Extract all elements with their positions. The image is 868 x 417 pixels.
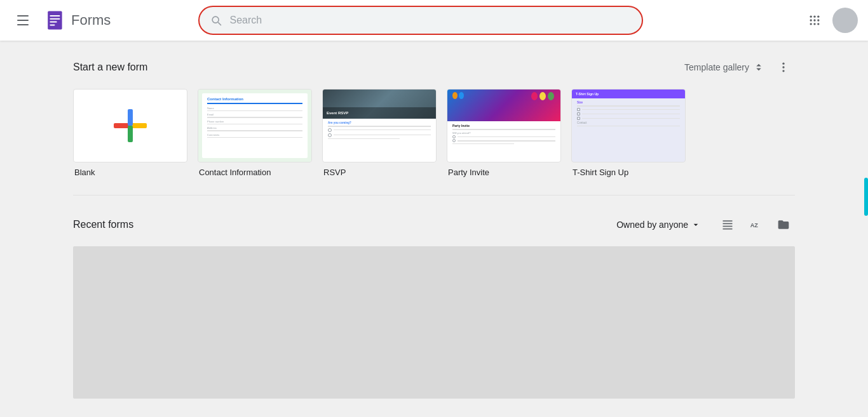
recent-controls: Owned by anyone AZ — [611, 213, 795, 236]
template-gallery-button[interactable]: Template gallery — [679, 59, 770, 76]
recent-title: Recent forms — [73, 219, 133, 230]
forms-logo-icon — [46, 10, 66, 30]
dropdown-arrow-icon — [691, 220, 701, 230]
section-header-right: Template gallery — [679, 56, 795, 79]
tshirt-label: T-Shirt Sign Up — [571, 168, 686, 177]
svg-rect-19 — [128, 109, 133, 126]
start-label: Start a new form — [73, 62, 147, 73]
party-thumbnail: Party Invite Will you attend? — [447, 89, 561, 162]
template-card-contact[interactable]: Contact Information Name Email Phone num… — [198, 89, 312, 177]
svg-rect-0 — [48, 11, 62, 30]
list-view-button[interactable] — [716, 213, 739, 236]
more-options-button[interactable] — [772, 56, 795, 79]
svg-point-9 — [813, 19, 815, 21]
svg-rect-1 — [50, 15, 60, 17]
app-header: Forms — [0, 0, 868, 41]
svg-point-7 — [817, 16, 819, 18]
svg-point-12 — [813, 23, 815, 25]
contact-thumbnail: Contact Information Name Email Phone num… — [198, 89, 312, 162]
sort-az-button[interactable]: AZ — [744, 213, 767, 236]
hamburger-icon — [17, 15, 29, 25]
search-icon — [210, 14, 222, 27]
templates-row: Blank Contact Information Name Email Pho… — [73, 89, 795, 177]
search-container — [198, 6, 643, 35]
more-vert-icon — [777, 61, 790, 74]
svg-rect-23 — [723, 226, 733, 227]
svg-point-15 — [782, 66, 784, 68]
svg-rect-4 — [50, 24, 55, 25]
templates-section-header: Start a new form Template gallery — [73, 56, 795, 79]
rsvp-label: RSVP — [322, 168, 437, 177]
section-divider — [73, 195, 795, 195]
svg-point-11 — [810, 23, 811, 25]
svg-rect-24 — [723, 228, 733, 230]
template-card-party[interactable]: Party Invite Will you attend? Party Invi… — [447, 89, 561, 177]
recent-form-placeholder — [73, 246, 795, 399]
list-view-icon — [721, 218, 734, 231]
folder-icon — [777, 218, 790, 231]
search-wrapper — [198, 6, 643, 35]
apps-grid-button[interactable] — [802, 8, 827, 33]
template-card-tshirt[interactable]: T-Shirt Sign Up Size — [571, 89, 686, 177]
svg-rect-21 — [723, 220, 733, 222]
search-input[interactable] — [230, 15, 632, 26]
blank-label: Blank — [73, 168, 187, 177]
svg-point-13 — [817, 23, 819, 25]
svg-rect-3 — [50, 22, 57, 23]
main-content: Start a new form Template gallery — [53, 41, 815, 414]
scrollbar-indicator — [864, 178, 868, 216]
svg-point-5 — [810, 16, 811, 18]
svg-point-8 — [810, 19, 811, 21]
recent-forms-section: Recent forms Owned by anyone — [73, 213, 795, 399]
owned-by-label: Owned by anyone — [616, 220, 688, 230]
menu-button[interactable] — [10, 8, 36, 33]
template-card-rsvp[interactable]: Event RSVP Are you coming? — [322, 89, 437, 177]
svg-point-16 — [782, 70, 784, 72]
sort-az-icon: AZ — [749, 218, 762, 231]
expand-collapse-icon — [753, 62, 764, 73]
view-icons: AZ — [716, 213, 795, 236]
template-gallery-label: Template gallery — [684, 62, 749, 72]
svg-point-14 — [782, 63, 784, 65]
party-label: Party Invite — [447, 168, 561, 177]
template-card-blank[interactable]: Blank — [73, 89, 187, 177]
app-title: Forms — [71, 12, 111, 29]
avatar[interactable] — [832, 8, 858, 33]
folder-button[interactable] — [772, 213, 795, 236]
svg-point-10 — [817, 19, 819, 21]
app-logo[interactable]: Forms — [41, 8, 116, 33]
contact-label: Contact Information — [198, 168, 312, 177]
rsvp-thumbnail: Event RSVP Are you coming? — [322, 89, 437, 162]
svg-rect-2 — [50, 18, 60, 20]
svg-text:AZ: AZ — [750, 222, 759, 228]
svg-point-6 — [813, 16, 815, 18]
blank-thumbnail — [73, 89, 187, 162]
grid-icon — [808, 14, 821, 27]
svg-rect-20 — [128, 126, 133, 142]
svg-rect-22 — [723, 223, 733, 225]
plus-icon — [114, 109, 147, 142]
recent-forms-header: Recent forms Owned by anyone — [73, 213, 795, 236]
tshirt-thumbnail: T-Shirt Sign Up Size — [571, 89, 686, 162]
header-right — [802, 8, 858, 33]
owned-by-dropdown[interactable]: Owned by anyone — [611, 216, 706, 234]
